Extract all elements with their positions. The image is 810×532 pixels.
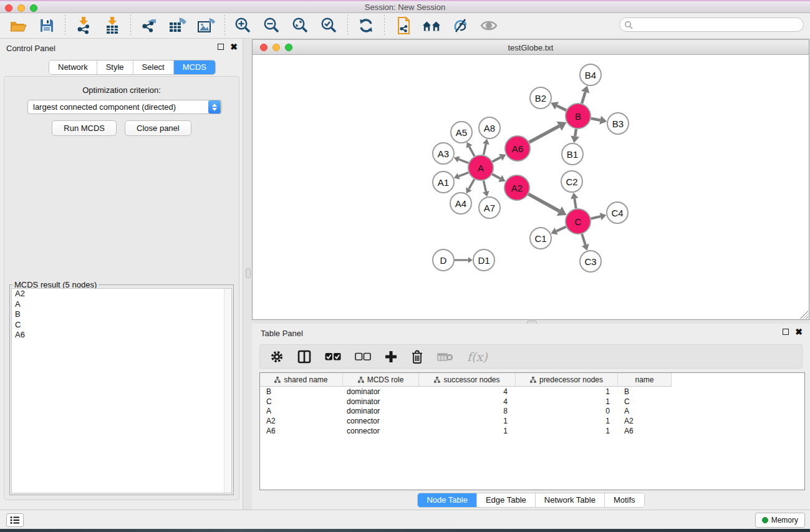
window-resize-grip[interactable] [800,311,808,319]
node-label-A7: A7 [484,203,495,213]
optimization-criterion-dropdown[interactable]: largest connected component (directed) [27,100,222,114]
edge-B-B4[interactable] [582,92,586,104]
mcds-result-item[interactable]: A2 [12,289,231,299]
mcds-result-item[interactable]: B [12,309,231,320]
cell-predecessor_nodes: 1 [516,427,618,435]
mcds-result-item[interactable]: C [12,320,231,331]
column-header-name[interactable]: name [618,373,672,387]
import-table-button[interactable] [103,16,122,35]
panel-divider-handle[interactable] [246,268,251,278]
edge-A-A4[interactable] [469,179,475,189]
node-label-B2: B2 [535,93,546,104]
tab-motifs[interactable]: Motifs [605,493,644,507]
delete-table-button[interactable] [437,352,453,362]
table-row[interactable]: Bdominator41B [260,387,804,397]
table-row[interactable]: A6connector11A6 [260,426,804,436]
edge-A-A3[interactable] [459,159,469,163]
search-field[interactable] [619,17,804,32]
hide-graphics-details-button[interactable] [451,16,470,35]
mcds-result-item[interactable]: A6 [12,330,231,341]
save-session-button[interactable] [37,16,56,35]
open-folder-icon [9,18,27,33]
zoom-fit-button[interactable] [291,16,310,35]
table-row[interactable]: A2connector11A2 [260,416,804,426]
mcds-result-group: MCDS result (5 nodes) A2ABCA6 [9,284,234,495]
float-table-panel-icon[interactable] [783,329,789,335]
mcds-result-list[interactable]: A2ABCA6 [11,288,232,493]
zoom-selected-button[interactable] [320,16,339,35]
sort-tree-icon [358,377,364,383]
tab-mcds[interactable]: MCDS [174,60,215,74]
tab-network-table[interactable]: Network Table [536,493,605,507]
edge-A-A7[interactable] [483,181,486,192]
column-header-predecessor_nodes[interactable]: predecessor nodes [516,373,618,387]
node-label-A2: A2 [511,183,523,193]
edge-C-C3[interactable] [582,234,586,245]
node-label-D1: D1 [478,255,489,266]
column-header-successor_nodes[interactable]: successor nodes [419,373,516,387]
network-canvas[interactable]: B4B2BB3A5A8A6A3B1AA1C2A2A4A7C4CC1DD1C3 [253,55,809,319]
memory-button[interactable]: Memory [755,513,805,528]
edge-A-A8[interactable] [483,144,486,155]
open-session-button[interactable] [9,16,27,35]
new-network-from-selection-button[interactable] [393,16,412,35]
float-panel-icon[interactable] [218,44,224,50]
zoom-in-button[interactable] [234,16,253,35]
mcds-result-item[interactable]: A [12,299,231,310]
table-settings-button[interactable] [270,350,284,364]
control-panel-tabs: Network Style Select MCDS [49,60,216,75]
select-all-button[interactable] [325,352,341,361]
table-row[interactable]: Adominator80A [260,407,804,417]
tab-select[interactable]: Select [133,60,174,74]
node-table[interactable]: shared nameMCDS rolesuccessor nodesprede… [259,372,805,490]
export-network-button[interactable] [140,16,158,35]
edge-A-A2[interactable] [492,174,500,178]
import-network-button[interactable] [74,16,93,35]
close-panel-icon[interactable]: ✖ [230,44,238,50]
main-toolbar [0,13,810,39]
show-graphics-details-button[interactable] [480,16,498,35]
network-window-titlebar[interactable]: testGlobe.txt [253,40,809,55]
tab-node-table[interactable]: Node Table [418,493,477,507]
export-image-button[interactable] [197,16,216,35]
edge-A-A6[interactable] [493,157,501,162]
tab-edge-table[interactable]: Edge Table [477,493,536,507]
zoom-out-button[interactable] [263,16,281,35]
network-graph[interactable]: B4B2BB3A5A8A6A3B1AA1C2A2A4A7C4CC1DD1C3 [253,55,809,319]
arrowhead-B-B3 [599,116,607,125]
close-table-panel-icon[interactable]: ✖ [795,329,803,335]
tab-style[interactable]: Style [97,60,133,74]
column-header-shared_name[interactable]: shared name [260,373,343,387]
column-header-mcds_role[interactable]: MCDS role [343,373,419,387]
add-row-button[interactable] [385,351,397,363]
show-log-button[interactable] [6,513,24,527]
first-neighbors-button[interactable] [422,16,441,35]
edge-C-C2[interactable] [574,198,576,208]
edge-A6-B[interactable] [529,126,559,142]
close-panel-button[interactable]: Close panel [125,120,191,136]
edge-B-B3[interactable] [591,118,600,120]
deselect-all-button[interactable] [355,352,371,361]
memory-status-icon [762,517,768,523]
table-row[interactable]: Cdominator41C [260,397,804,407]
edge-C-C1[interactable] [556,227,566,231]
delete-row-button[interactable] [411,350,423,364]
edge-B-B2[interactable] [557,106,566,110]
run-mcds-button[interactable]: Run MCDS [52,120,117,136]
result-scrollbar[interactable] [224,289,231,493]
search-input[interactable] [635,19,803,31]
edge-A-A5[interactable] [470,147,475,156]
cell-successor_nodes: 4 [419,387,516,396]
plus-icon [385,351,397,363]
apply-function-button[interactable]: f(x) [467,350,488,364]
edge-C-C4[interactable] [591,216,600,218]
export-table-button[interactable] [168,16,187,35]
tab-network[interactable]: Network [49,60,97,74]
save-floppy-icon [39,18,54,33]
edge-A-A1[interactable] [459,173,469,177]
refresh-button[interactable] [357,16,375,35]
edge-A2-C[interactable] [528,194,559,211]
cell-shared_name: C [260,397,343,406]
columns-button[interactable] [297,350,311,364]
edge-B-B1[interactable] [575,129,576,137]
